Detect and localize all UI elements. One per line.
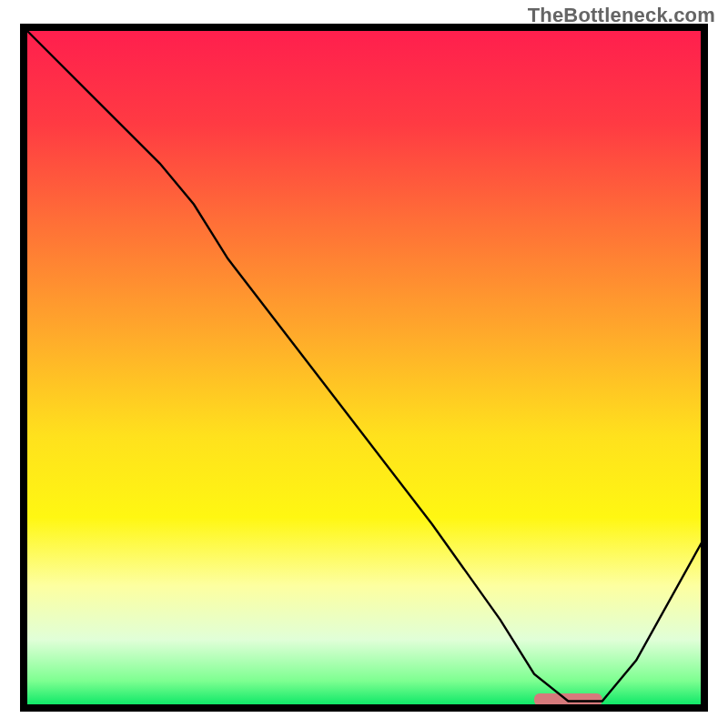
bottleneck-chart	[0, 0, 728, 728]
chart-container: { "watermark": "TheBottleneck.com", "cha…	[0, 0, 728, 728]
watermark-text: TheBottleneck.com	[528, 4, 715, 27]
